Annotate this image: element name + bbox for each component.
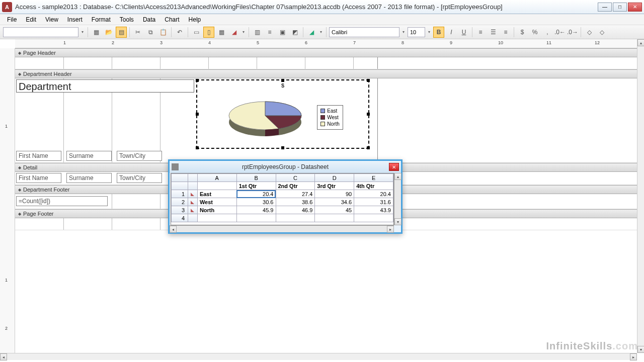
datasheet-scrollbar-vertical[interactable]: ▴ ▾ [394,173,401,225]
datasheet-scrollbar-horizontal[interactable]: ◂ ▸ [170,225,394,232]
scroll-down-icon[interactable]: ▾ [637,346,644,353]
currency-icon[interactable]: $ [517,27,528,38]
angle-text-icon[interactable]: ◇ [584,27,595,38]
towncity-textbox[interactable]: Town/City [117,173,162,183]
cell[interactable]: West [197,198,236,206]
cell[interactable]: 4th Qtr [354,182,393,190]
chart-type-icon[interactable]: ◢ [228,27,239,38]
dropdown-icon[interactable]: ▾ [80,30,85,34]
section-department-header[interactable]: Department Header [15,69,637,78]
cell[interactable]: North [197,206,236,214]
row-header[interactable]: 1 [172,190,188,198]
dropdown-icon[interactable]: ▾ [401,30,406,34]
firstname-textbox[interactable]: First Name [16,173,61,183]
col-header[interactable]: B [236,174,276,182]
angle-text-icon[interactable]: ◇ [596,27,607,38]
import-icon[interactable]: ▦ [91,27,102,38]
scroll-left-icon[interactable]: ◂ [0,353,7,360]
scroll-right-icon[interactable]: ▸ [630,353,637,360]
cell[interactable] [197,214,236,222]
underline-icon[interactable]: U [458,27,469,38]
copy-icon[interactable]: ⧉ [145,27,156,38]
comma-icon[interactable]: , [542,27,553,38]
object-name-combo[interactable] [3,27,78,37]
scroll-up-icon[interactable]: ▴ [394,173,401,180]
legend-icon[interactable]: ▣ [277,27,288,38]
department-textbox[interactable]: Department [16,79,194,93]
section-page-header-body[interactable] [15,57,637,69]
decrease-decimal-icon[interactable]: .0→ [567,27,578,38]
cell[interactable] [197,182,236,190]
cell[interactable]: 1st Qtr [236,182,276,190]
chart-object[interactable]: $ East West North [196,79,369,149]
maximize-button[interactable]: □ [613,3,627,12]
dropdown-icon[interactable]: ▾ [241,30,246,34]
menu-tools[interactable]: Tools [116,15,138,24]
font-size-combo[interactable]: 10 [408,27,425,37]
cell[interactable]: 45 [315,206,354,214]
row-header[interactable]: 4 [172,214,188,222]
by-row-icon[interactable]: ▭ [191,27,202,38]
col-header[interactable]: A [197,174,236,182]
cell[interactable] [354,214,393,222]
cell[interactable] [315,214,354,222]
row-header[interactable]: 2 [172,198,188,206]
italic-icon[interactable]: I [446,27,457,38]
col-header[interactable]: D [315,174,354,182]
value-axis-icon[interactable]: ≡ [264,27,275,38]
align-left-icon[interactable]: ≡ [475,27,486,38]
datasheet-window[interactable]: rptEmployeesGroup - Datasheet ✕ A B C D … [168,159,403,234]
align-right-icon[interactable]: ≡ [500,27,511,38]
increase-decimal-icon[interactable]: .0← [554,27,566,38]
close-button[interactable]: ✕ [628,3,642,12]
cell[interactable]: 30.6 [236,198,276,206]
cell[interactable]: 45.9 [236,206,276,214]
cell[interactable]: 2nd Qtr [276,182,315,190]
paste-icon[interactable]: 📋 [157,27,169,38]
font-name-combo[interactable]: Calibri [329,27,399,37]
cut-icon[interactable]: ✂ [132,27,143,38]
scroll-left-icon[interactable]: ◂ [170,226,177,233]
datasheet-close-button[interactable]: ✕ [389,163,399,171]
bold-icon[interactable]: B [433,27,444,38]
cell[interactable] [236,214,276,222]
cell[interactable]: 27.4 [276,190,315,198]
cell-selected[interactable]: 20.4 [236,190,276,198]
main-scrollbar-vertical[interactable]: ▴ ▾ [637,39,644,353]
fill-color-icon[interactable]: ◢ [306,27,317,38]
undo-icon[interactable]: ↶ [174,27,185,38]
menu-chart[interactable]: Chart [160,15,183,24]
menu-format[interactable]: Format [88,15,115,24]
scroll-up-icon[interactable]: ▴ [637,39,644,46]
open-icon[interactable]: 📂 [103,27,114,38]
cell[interactable]: 34.6 [315,198,354,206]
main-scrollbar-horizontal[interactable]: ◂ ▸ [0,353,637,360]
towncity-label[interactable]: Town/City [117,151,162,161]
datasheet-grid[interactable]: A B C D E 1st Qtr 2nd Qtr 3rd Qtr 4th Qt… [171,173,394,225]
menu-edit[interactable]: Edit [22,15,40,24]
col-header[interactable]: E [354,174,393,182]
data-table-icon[interactable]: ◩ [289,27,300,38]
surname-textbox[interactable]: Surname [66,173,112,183]
section-department-header-body[interactable]: Department $ [15,78,637,163]
cell[interactable]: 90 [315,190,354,198]
cell[interactable]: East [197,190,236,198]
cell[interactable]: 31.6 [354,198,393,206]
scroll-right-icon[interactable]: ▸ [387,226,394,233]
cell[interactable]: 20.4 [354,190,393,198]
percent-icon[interactable]: % [529,27,540,38]
cell[interactable]: 46.9 [276,206,315,214]
menu-insert[interactable]: Insert [63,15,87,24]
scroll-down-icon[interactable]: ▾ [394,218,401,225]
datasheet-view-icon[interactable]: ▤ [116,27,127,38]
count-textbox[interactable]: =Count([id]) [16,196,108,206]
dropdown-icon[interactable]: ▾ [427,30,432,34]
category-axis-icon[interactable]: ▥ [252,27,263,38]
surname-label[interactable]: Surname [66,151,112,161]
menu-file[interactable]: File [3,15,21,24]
align-center-icon[interactable]: ☰ [488,27,499,38]
row-header[interactable]: 3 [172,206,188,214]
cell[interactable]: 38.6 [276,198,315,206]
datasheet-titlebar[interactable]: rptEmployeesGroup - Datasheet ✕ [170,161,401,173]
table-icon[interactable]: ▦ [216,27,227,38]
